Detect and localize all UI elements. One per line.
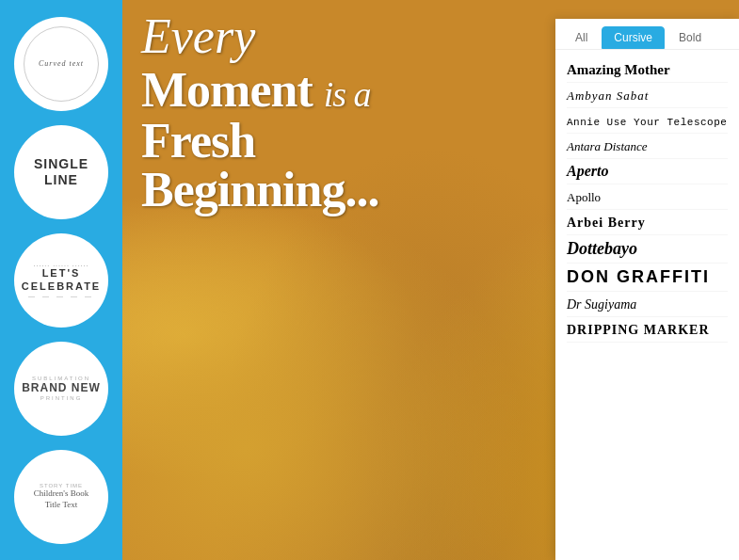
tab-bold-label: Bold [679,31,701,44]
tab-cursive[interactable]: Cursive [602,26,665,49]
font-name-antara: Antara Distance [567,139,648,153]
font-name-ambyan-sabat: Ambyan Sabat [567,88,649,103]
list-item[interactable]: Antara Distance [567,134,728,159]
tab-all-label: All [575,31,587,44]
tab-bold[interactable]: Bold [667,26,714,49]
quote-moment: Moment [141,63,313,117]
font-name-arbei: Arbei Berry [567,216,646,230]
celebrate-arc-top: ...... ...... ...... [34,261,89,267]
list-item[interactable]: Arbei Berry [567,210,728,235]
list-item[interactable]: Dottebayo [567,235,728,264]
children-label: Children's Book Title Text [34,488,88,510]
font-panel-tabs: All Cursive Bold [555,19,739,50]
list-item[interactable]: Dripping Marker [567,317,728,343]
list-item[interactable]: DON GRAFFITI [567,264,728,292]
tab-all[interactable]: All [563,26,600,49]
list-item[interactable]: Apollo [567,184,728,210]
list-item[interactable]: Amazing Mother [567,57,728,83]
curved-text-preview: Curved text [24,26,99,102]
font-name-dripping: Dripping Marker [567,323,710,337]
main-canvas: Every Moment is a Fresh Beginning... All… [122,0,739,560]
font-name-amazing-mother: Amazing Mother [567,62,670,77]
font-panel: All Cursive Bold Amazing Mother Ambyan S… [555,19,739,560]
brand-bottom-text: PRINTING [40,395,83,401]
curved-text-label: Curved text [39,59,84,68]
sidebar-item-childrens-book[interactable]: STORY TIME Children's Book Title Text [14,450,108,544]
single-line-label: Single Line [22,156,101,188]
font-name-don-graffiti: DON GRAFFITI [567,267,710,286]
brand-label: Brand New [22,381,101,394]
sidebar-item-curved-text[interactable]: Curved text [14,17,108,111]
list-item[interactable]: Annie Use Your Telescope [567,108,728,134]
font-list: Amazing Mother Ambyan Sabat Annie Use Yo… [555,50,739,560]
celebrate-arc-bottom: — — — — — [28,293,94,299]
tab-cursive-label: Cursive [614,31,652,44]
list-item[interactable]: Aperto [567,159,728,184]
sidebar: Curved text Single Line ...... ...... ..… [0,0,122,560]
list-item[interactable]: Dr Sugiyama [567,292,728,317]
sidebar-item-single-line[interactable]: Single Line [14,125,108,219]
sidebar-item-lets-celebrate[interactable]: ...... ...... ...... LET'S CELEBRATE — —… [14,233,108,328]
font-name-aperto: Aperto [567,163,608,179]
font-name-apollo: Apollo [567,190,601,204]
font-name-dr-sugiyama: Dr Sugiyama [567,297,636,312]
celebrate-label: LET'S CELEBRATE [22,267,101,292]
sidebar-item-brand-new[interactable]: SUBLIMATION Brand New PRINTING [14,342,108,436]
quote-is-a: is a [324,74,371,114]
font-name-dottebayo: Dottebayo [567,239,637,258]
font-name-annie: Annie Use Your Telescope [567,117,727,128]
list-item[interactable]: Ambyan Sabat [567,83,728,108]
